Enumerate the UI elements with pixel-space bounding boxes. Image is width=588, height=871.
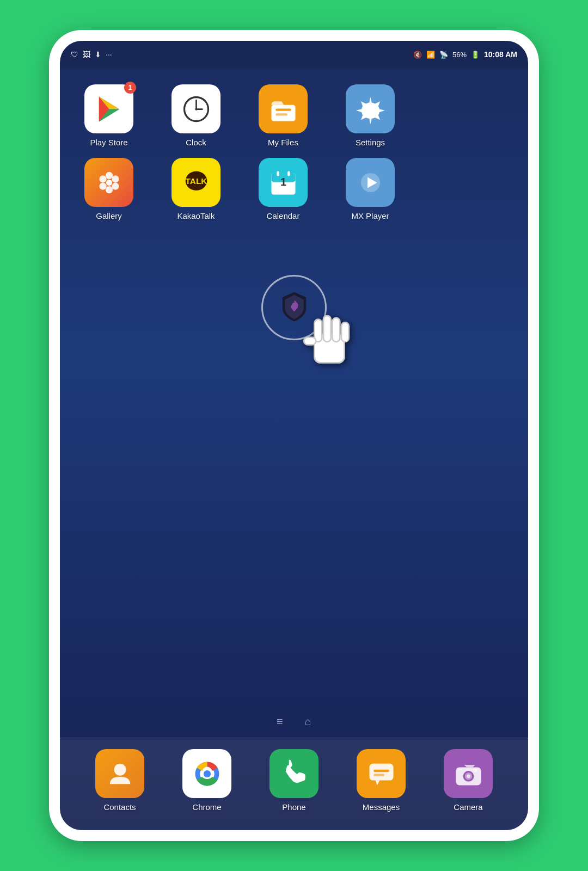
app-item-mx-player[interactable]: MX Player bbox=[343, 158, 397, 220]
more-status-icon: ··· bbox=[106, 50, 112, 59]
app-item-chrome[interactable]: Chrome bbox=[180, 749, 234, 812]
svg-rect-33 bbox=[304, 338, 316, 345]
kakao-icon: TALK bbox=[171, 158, 220, 207]
kakao-label: KakaoTalk bbox=[177, 211, 215, 220]
svg-point-7 bbox=[195, 108, 197, 110]
app-item-calendar[interactable]: 1 Calendar bbox=[256, 158, 310, 220]
messages-svg bbox=[366, 759, 396, 789]
app-item-my-files[interactable]: My Files bbox=[256, 84, 310, 147]
svg-point-12 bbox=[105, 171, 112, 179]
svg-text:TALK: TALK bbox=[185, 176, 207, 185]
play-store-label: Play Store bbox=[90, 138, 127, 147]
svg-rect-42 bbox=[373, 774, 384, 776]
screen: 🛡 🖼 ⬇ ··· 🔇 📶 📡 56% 🔋 10:08 AM bbox=[60, 41, 528, 830]
download-status-icon: ⬇ bbox=[95, 50, 101, 59]
mxplayer-icon-wrapper bbox=[346, 158, 395, 207]
center-cursor-area bbox=[82, 231, 506, 384]
calendar-icon-wrapper: 1 bbox=[259, 158, 308, 207]
svg-point-47 bbox=[473, 768, 477, 772]
signal-icon: 📡 bbox=[439, 51, 448, 59]
play-store-icon-wrapper: 1 bbox=[84, 84, 133, 133]
camera-label: Camera bbox=[454, 802, 482, 812]
svg-point-17 bbox=[99, 175, 106, 182]
app-item-messages[interactable]: Messages bbox=[354, 749, 408, 812]
calendar-svg: 1 bbox=[268, 168, 298, 198]
nav-menu-icon[interactable]: ≡ bbox=[277, 715, 283, 728]
hand-cursor-svg bbox=[299, 303, 359, 373]
messages-icon bbox=[357, 749, 406, 798]
svg-point-18 bbox=[106, 180, 112, 186]
settings-svg bbox=[356, 94, 385, 124]
app-item-gallery[interactable]: Gallery bbox=[82, 158, 136, 220]
app-row-1: 1 Play Store bbox=[82, 84, 506, 147]
bottom-dock: Contacts bbox=[60, 738, 528, 830]
svg-point-34 bbox=[114, 763, 126, 775]
phone-svg bbox=[279, 759, 309, 789]
battery-icon: 🔋 bbox=[471, 51, 480, 59]
svg-point-46 bbox=[467, 774, 470, 778]
clock-label: Clock bbox=[186, 138, 206, 147]
my-files-icon bbox=[259, 84, 308, 133]
svg-rect-30 bbox=[323, 316, 331, 342]
chrome-icon bbox=[182, 749, 231, 798]
svg-rect-10 bbox=[275, 113, 287, 115]
contacts-label: Contacts bbox=[103, 802, 136, 812]
settings-icon-wrapper bbox=[346, 84, 395, 133]
phone-label: Phone bbox=[282, 802, 305, 812]
chrome-svg bbox=[192, 759, 222, 789]
app-grid: 1 Play Store bbox=[60, 68, 528, 705]
gallery-icon-wrapper bbox=[84, 158, 133, 207]
calendar-label: Calendar bbox=[267, 211, 300, 220]
svg-rect-25 bbox=[287, 171, 290, 176]
svg-text:1: 1 bbox=[280, 176, 286, 188]
phone-icon bbox=[270, 749, 318, 798]
app-item-kakao-talk[interactable]: TALK KakaoTalk bbox=[169, 158, 223, 220]
gallery-label: Gallery bbox=[96, 211, 122, 220]
status-bar: 🛡 🖼 ⬇ ··· 🔇 📶 📡 56% 🔋 10:08 AM bbox=[60, 41, 528, 68]
status-left: 🛡 🖼 ⬇ ··· bbox=[71, 50, 112, 59]
app-item-settings[interactable]: Settings bbox=[343, 84, 397, 147]
camera-icon bbox=[444, 749, 493, 798]
clock-svg bbox=[181, 94, 211, 124]
svg-rect-9 bbox=[275, 108, 291, 111]
app-item-play-store[interactable]: 1 Play Store bbox=[82, 84, 136, 147]
image-status-icon: 🖼 bbox=[83, 50, 90, 59]
mxplayer-label: MX Player bbox=[351, 211, 389, 220]
settings-label: Settings bbox=[356, 138, 385, 147]
svg-point-15 bbox=[105, 186, 112, 193]
status-right: 🔇 📶 📡 56% 🔋 10:08 AM bbox=[413, 50, 517, 59]
tablet-frame: 🛡 🖼 ⬇ ··· 🔇 📶 📡 56% 🔋 10:08 AM bbox=[49, 30, 539, 841]
calendar-icon: 1 bbox=[259, 158, 308, 207]
hand-cursor-icon bbox=[299, 303, 359, 384]
svg-rect-24 bbox=[277, 171, 279, 176]
mute-icon: 🔇 bbox=[413, 51, 422, 59]
app-item-contacts[interactable]: Contacts bbox=[93, 749, 147, 812]
my-files-icon-wrapper bbox=[259, 84, 308, 133]
contacts-icon bbox=[95, 749, 144, 798]
wifi-icon: 📶 bbox=[426, 51, 435, 59]
mxplayer-svg bbox=[356, 168, 385, 198]
play-store-svg bbox=[94, 94, 124, 124]
svg-rect-8 bbox=[271, 105, 295, 121]
messages-label: Messages bbox=[363, 802, 400, 812]
svg-point-16 bbox=[99, 182, 106, 189]
clock-icon-wrapper bbox=[171, 84, 220, 133]
gallery-icon bbox=[84, 158, 133, 207]
shield-status-icon: 🛡 bbox=[71, 50, 78, 59]
app-row-2: Gallery TALK KakaoTalk bbox=[82, 158, 506, 220]
settings-icon bbox=[346, 84, 395, 133]
svg-rect-41 bbox=[373, 769, 389, 771]
kakao-icon-wrapper: TALK bbox=[171, 158, 220, 207]
svg-point-14 bbox=[112, 182, 119, 189]
my-files-label: My Files bbox=[268, 138, 298, 147]
gallery-svg bbox=[94, 168, 124, 198]
app-item-clock[interactable]: Clock bbox=[169, 84, 223, 147]
app-item-phone[interactable]: Phone bbox=[267, 749, 321, 812]
app-item-camera[interactable]: Camera bbox=[441, 749, 495, 812]
svg-rect-32 bbox=[341, 322, 349, 342]
status-time: 10:08 AM bbox=[484, 50, 517, 59]
clock-icon bbox=[171, 84, 220, 133]
mxplayer-icon bbox=[346, 158, 395, 207]
nav-home-icon[interactable]: ⌂ bbox=[305, 715, 311, 728]
contacts-svg bbox=[105, 759, 135, 789]
